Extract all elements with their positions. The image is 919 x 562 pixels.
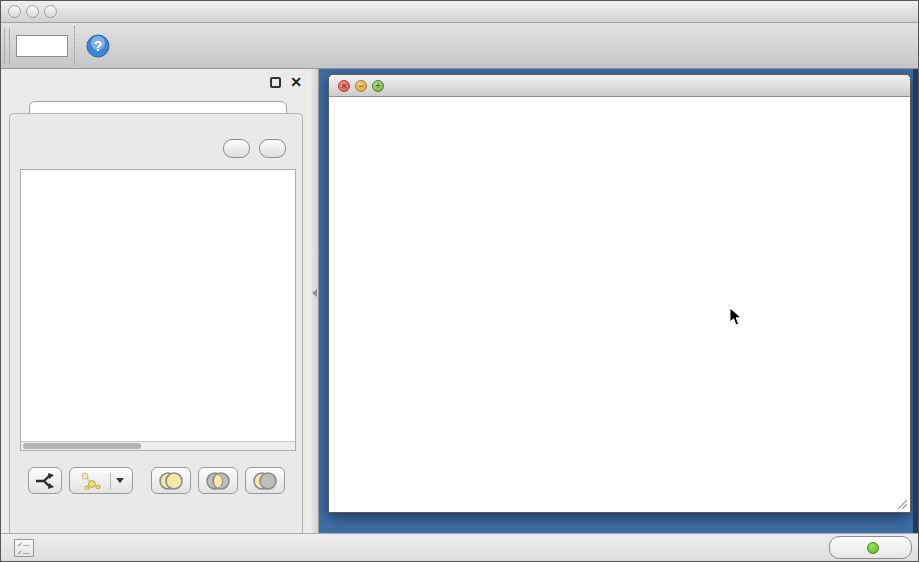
search-input[interactable] [16,35,68,57]
remove-set-button[interactable] [259,139,286,158]
help-icon: ? [85,33,111,59]
minimize-network-icon[interactable]: − [355,80,367,92]
network-canvas[interactable] [329,97,910,512]
help-button[interactable]: ? [85,33,111,59]
network-faded-icon [79,472,105,490]
close-window-icon[interactable] [8,5,21,18]
collapse-panel-icon[interactable] [312,289,317,297]
scrollbar-thumb[interactable] [23,443,141,449]
venn-intersection-icon [204,471,232,491]
dropdown-arrow-icon [116,478,124,483]
title-bar [1,1,919,23]
control-panel-header: ✕ [1,69,311,97]
desktop-edge [913,69,919,533]
memory-status-button[interactable] [829,536,912,559]
resize-grip[interactable] [896,498,908,510]
sets-list[interactable] [20,169,296,451]
panel-divider[interactable] [311,69,319,533]
network-edges [329,97,910,512]
set-union-button[interactable] [151,467,191,494]
svg-text:?: ? [94,38,103,54]
set-difference-button[interactable] [245,467,285,494]
control-panel: ✕ [1,69,311,533]
float-panel-icon[interactable] [270,77,281,88]
cytoscape-window: ? ✕ [0,0,919,562]
memory-ok-icon [867,542,879,554]
minimize-window-icon[interactable] [26,5,39,18]
close-panel-icon[interactable]: ✕ [290,74,302,90]
task-history-button[interactable]: ✓—✓— [14,539,34,557]
venn-union-icon [157,471,185,491]
network-window-titlebar[interactable]: × − + [329,75,910,97]
close-network-icon[interactable]: × [338,80,350,92]
mouse-cursor [729,307,743,327]
sets-list-scrollbar[interactable] [20,441,296,451]
status-bar: ✓—✓— [1,533,919,562]
zoom-window-icon[interactable] [44,5,57,18]
network-view-window: × − + [328,74,911,513]
set-intersection-button[interactable] [198,467,238,494]
create-set-menu-button[interactable] [69,467,133,494]
mdi-desktop: × − + [311,69,919,533]
add-set-button[interactable] [223,139,250,158]
split-icon [34,472,56,490]
venn-difference-icon [251,471,279,491]
split-sets-button[interactable] [28,467,62,494]
maximize-network-icon[interactable]: + [372,80,384,92]
main-toolbar: ? [1,23,919,69]
